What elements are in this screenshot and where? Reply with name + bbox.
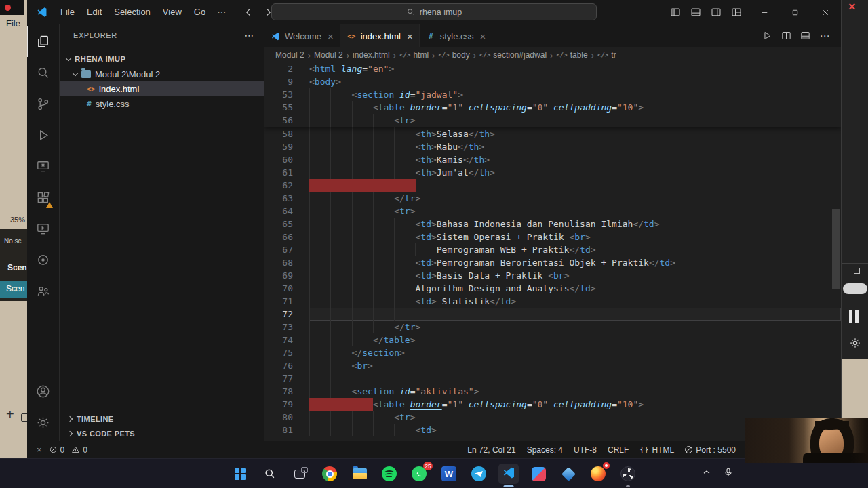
microphone-icon[interactable] <box>723 467 734 481</box>
code-line-content[interactable] <box>309 179 841 192</box>
code-line-content[interactable]: <table border="1" cellspacing="0" cellpa… <box>309 398 841 411</box>
toggle-panel-layout-icon[interactable] <box>797 28 814 44</box>
close-icon[interactable]: × <box>328 30 334 42</box>
breadcrumb-item-tr[interactable]: </>tr <box>597 50 616 60</box>
status-html[interactable]: {}HTML <box>639 445 674 455</box>
toggle-secondary-sidebar-icon[interactable] <box>708 4 726 20</box>
tray-chevron-up-icon[interactable] <box>701 467 712 481</box>
menu-overflow[interactable]: ⋯ <box>212 7 231 17</box>
taskbar-telegram-button[interactable] <box>469 464 489 484</box>
menu-selection[interactable]: Selection <box>108 7 156 17</box>
back-arrow-icon[interactable] <box>242 5 256 19</box>
popout-icon[interactable] <box>854 268 860 274</box>
explorer-file-style-css[interactable]: # style.css <box>60 96 264 111</box>
breadcrumb-item-modul-2[interactable]: Modul 2 <box>275 50 304 60</box>
breadcrumb-item-section-jadwal[interactable]: </>section#jadwal <box>479 50 547 60</box>
taskbar-spotify-button[interactable] <box>379 464 399 484</box>
code-line-content[interactable] <box>309 372 841 385</box>
remote-explorer-icon[interactable] <box>27 150 60 182</box>
taskbar-start-button[interactable] <box>230 464 250 484</box>
explorer-root-folder[interactable]: RHENA IMUP <box>60 52 264 66</box>
problems-warnings[interactable]: 0 <box>71 445 87 455</box>
settings-gear-icon[interactable] <box>27 407 60 438</box>
taskbar-obs-button[interactable] <box>618 464 638 484</box>
obs-close-icon[interactable]: × <box>848 0 856 14</box>
code-editor[interactable]: 2<html lang="en">9<body>53<section id="j… <box>264 62 841 441</box>
editor-more-actions-icon[interactable]: ⋯ <box>816 28 833 44</box>
taskbar-file-explorer-button[interactable] <box>349 464 370 484</box>
close-button[interactable] <box>810 0 841 24</box>
code-line-content[interactable]: <td>Sistem Operasi + Praktik <br> <box>309 230 841 243</box>
taskbar-search-button[interactable] <box>260 464 280 484</box>
taskbar-vscode-button[interactable] <box>498 464 519 484</box>
code-line-content[interactable]: </table> <box>309 333 841 346</box>
status-crlf[interactable]: CRLF <box>608 445 629 455</box>
status-port-5500[interactable]: Port : 5500 <box>685 445 736 455</box>
obs-scene-item-selected[interactable]: Scen <box>0 281 27 298</box>
remote-indicator-icon[interactable]: × <box>37 445 42 455</box>
live-preview-icon[interactable] <box>27 213 60 244</box>
obs-settings-gear-icon[interactable] <box>848 336 862 350</box>
toggle-panel-icon[interactable] <box>688 4 705 20</box>
taskbar-drive-button[interactable] <box>558 464 578 484</box>
code-line-content[interactable]: <table border="1" cellspacing="0" cellpa… <box>309 101 841 114</box>
tab-welcome[interactable]: Welcome × <box>264 24 340 47</box>
split-editor-icon[interactable] <box>778 28 795 44</box>
taskbar-chrome-button[interactable] <box>319 464 340 484</box>
close-icon[interactable]: × <box>480 30 486 42</box>
taskbar-word-button[interactable]: W <box>439 464 459 484</box>
explorer-icon[interactable] <box>27 26 60 57</box>
code-line-content[interactable]: <th>Rabu</th> <box>309 140 841 153</box>
code-line-content[interactable]: <tr> <box>309 114 841 127</box>
breadcrumb-item-modul-2[interactable]: Modul 2 <box>314 50 343 60</box>
menu-view[interactable]: View <box>157 7 188 17</box>
menu-edit[interactable]: Edit <box>81 7 108 17</box>
code-line-content[interactable]: <html lang="en"> <box>309 62 841 75</box>
source-control-icon[interactable] <box>27 88 60 119</box>
code-line-content[interactable]: Pemrograman WEB + Praktik</td> <box>309 243 841 256</box>
search-icon[interactable] <box>27 57 60 88</box>
code-line-content[interactable]: <section id="jadwal"> <box>309 88 841 101</box>
code-line-content[interactable]: <br> <box>309 359 841 372</box>
menu-file[interactable]: File <box>54 7 81 17</box>
organization-icon[interactable] <box>27 275 60 306</box>
tab-index-html[interactable]: <> index.html × <box>340 24 420 47</box>
run-preview-icon[interactable] <box>760 28 776 44</box>
pause-icon[interactable] <box>849 310 859 323</box>
breadcrumb-item-html[interactable]: </>html <box>399 50 429 60</box>
code-line-content[interactable]: <section id="aktivitas"> <box>309 385 841 398</box>
explorer-more-actions-icon[interactable]: ⋯ <box>244 30 254 41</box>
code-line-content[interactable]: <body> <box>309 75 841 88</box>
code-line-content[interactable]: </section> <box>309 346 841 359</box>
taskbar-photos-button[interactable] <box>528 464 549 484</box>
taskbar-firefox-button[interactable] <box>588 464 608 484</box>
command-center-search[interactable]: rhena imup <box>271 3 597 20</box>
problems-errors[interactable]: 0 <box>49 445 65 455</box>
status-ln-72-col-21[interactable]: Ln 72, Col 21 <box>467 445 515 455</box>
toggle-sidebar-icon[interactable] <box>667 4 685 20</box>
code-line-content[interactable]: <td>Pemrograman Berorientasi Objek + Pra… <box>309 256 841 269</box>
code-line-content[interactable]: </tr> <box>309 321 841 333</box>
obs-file-menu[interactable]: File <box>6 18 20 28</box>
breadcrumb-item-index-html[interactable]: index.html <box>353 50 390 60</box>
extensions-icon[interactable] <box>27 182 60 213</box>
accounts-icon[interactable] <box>27 375 60 407</box>
maximize-button[interactable] <box>780 0 810 24</box>
breadcrumb-item-body[interactable]: </>body <box>438 50 469 60</box>
code-line-content[interactable] <box>309 308 841 321</box>
code-line-content[interactable]: <td> Statistik</td> <box>309 295 841 308</box>
status-spaces-4[interactable]: Spaces: 4 <box>527 445 563 455</box>
code-line-content[interactable]: <th>Kamis</th> <box>309 153 841 166</box>
code-line-content[interactable]: </tr> <box>309 192 841 205</box>
taskbar-task-view-button[interactable] <box>290 464 310 484</box>
code-line-content[interactable]: Algorithm Design and Analysis</td> <box>309 282 841 295</box>
timeline-panel[interactable]: TIMELINE <box>60 411 264 426</box>
explorer-file-index-html[interactable]: <> index.html <box>60 81 264 96</box>
customize-layout-icon[interactable] <box>728 4 746 20</box>
tab-style-css[interactable]: # style.css × <box>420 24 493 47</box>
minimize-button[interactable] <box>749 0 780 24</box>
status-utf-8[interactable]: UTF-8 <box>574 445 597 455</box>
code-line-content[interactable]: <td>Bahasa Indonesia dan Penulisan Ilmia… <box>309 218 841 230</box>
breadcrumb-item-table[interactable]: </>table <box>556 50 587 60</box>
code-line-content[interactable]: <td>Basis Data + Praktik <br> <box>309 269 841 282</box>
